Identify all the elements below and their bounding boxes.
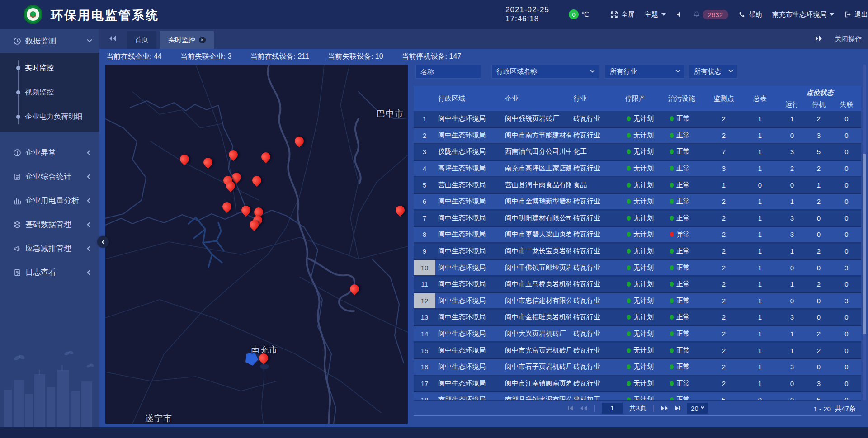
- status-label: 正常: [676, 379, 690, 388]
- next-page-button[interactable]: [661, 405, 668, 411]
- fullscreen-button[interactable]: 全屏: [610, 10, 635, 19]
- page-scrollbar-track[interactable]: [863, 65, 866, 400]
- halt-cell: 2: [806, 326, 832, 342]
- industry-filter-select[interactable]: 所有行业: [605, 65, 684, 79]
- table-row[interactable]: 18南部生态环境局南部县升钟水泥有限公建材加工无计划正常50050: [414, 392, 861, 400]
- company-cell: 阆中明阳建材有限公司: [502, 211, 571, 226]
- row-index-cell: 4: [414, 161, 435, 176]
- halt-cell: 5: [806, 144, 832, 160]
- sidebar-subitem-label: 视频监控: [25, 88, 54, 97]
- close-operations-button[interactable]: 关闭操作: [835, 35, 862, 43]
- halt-cell: 0: [806, 211, 832, 226]
- pollution-facility-cell: 正常: [665, 244, 706, 259]
- table-row[interactable]: 9阆中生态环境局阆中市二龙长宝页岩砖砖瓦行业无计划正常21120: [414, 244, 861, 260]
- table-row[interactable]: 2阆中生态环境局阆中市南方节能建材有砖瓦行业无计划正常21030: [414, 128, 861, 145]
- lost-cell: 0: [832, 177, 861, 193]
- page-scrollbar-thumb[interactable]: [863, 154, 866, 334]
- theme-dropdown[interactable]: 主题: [645, 10, 666, 19]
- table-row[interactable]: 6阆中生态环境局阆中市金博瑞新型墙材砖瓦行业无计划正常21120: [414, 194, 861, 211]
- tabs-scroll-right-button[interactable]: [815, 35, 823, 43]
- sidebar-item-1[interactable]: 企业异常: [0, 141, 99, 165]
- sidebar-subitem[interactable]: 企业电力负荷明细: [0, 104, 99, 129]
- region-cell: 阆中生态环境局: [435, 376, 502, 391]
- bottom-strip: [0, 427, 868, 438]
- logout-button[interactable]: 退出: [844, 10, 868, 19]
- table-row[interactable]: 11阆中生态环境局阆中市五马桥页岩机砖砖瓦行业无计划正常21120: [414, 277, 861, 293]
- table-row[interactable]: 12阆中生态环境局阆中市忠信建材有限公砖瓦行业无计划正常21003: [414, 293, 861, 310]
- tab-home[interactable]: 首页: [127, 31, 156, 49]
- table-row[interactable]: 7阆中生态环境局阆中明阳建材有限公司砖瓦行业无计划正常21300: [414, 211, 861, 227]
- region-filter-select[interactable]: 行政区域名称: [491, 65, 599, 79]
- status-dot: [627, 133, 631, 138]
- status-filter-select[interactable]: 所有状态: [689, 65, 737, 79]
- enterprise-panel: 行政区域名称 所有行业 所有状态 行政区域 企业 行业 停限产 治污设施 监测点…: [414, 65, 861, 416]
- monitor-cell: 2: [706, 244, 741, 259]
- table-row[interactable]: 3仪陇生态环境局西南油气田分公司川中化工无计划正常71350: [414, 144, 861, 161]
- gauge-icon: [13, 37, 21, 45]
- monitor-cell: 2: [706, 376, 741, 391]
- table-row[interactable]: 16阆中生态环境局阆中市石子页岩机砖厂砖瓦行业无计划正常21300: [414, 359, 861, 376]
- table-row[interactable]: 15阆中生态环境局阆中市光富页岩机砖厂砖瓦行业无计划正常21120: [414, 343, 861, 359]
- monitor-cell: 7: [706, 144, 741, 160]
- page-number-input[interactable]: [602, 403, 623, 414]
- help-button[interactable]: 帮助: [738, 10, 762, 19]
- first-page-icon: [567, 405, 574, 411]
- sidebar-submenu: 实时监控视频监控企业电力负荷明细: [0, 53, 99, 132]
- halt-cell: 2: [806, 161, 832, 176]
- chevron-down-icon: [729, 68, 733, 73]
- row-index-cell: 15: [414, 343, 435, 358]
- table-row[interactable]: 1阆中生态环境局阆中强锐页岩砖厂砖瓦行业无计划正常21120: [414, 111, 861, 128]
- table-row[interactable]: 17阆中生态环境局阆中市江南镇阆南页岩砖瓦行业无计划正常21030: [414, 376, 861, 393]
- double-chevron-right-icon: [815, 35, 823, 42]
- name-filter-input[interactable]: [420, 68, 476, 75]
- industry-cell: 砖瓦行业: [571, 359, 623, 375]
- lost-cell: 0: [832, 310, 861, 325]
- table-row[interactable]: 8阆中生态环境局阆中市枣碧大梁山页岩砖瓦行业无计划异常21300: [414, 227, 861, 244]
- mute-button[interactable]: [676, 11, 683, 18]
- sidebar-subitem[interactable]: 视频监控: [0, 80, 99, 104]
- sidebar-item-5[interactable]: 应急减排管理: [0, 236, 99, 260]
- notification-area[interactable]: 2632: [693, 10, 728, 19]
- org-dropdown[interactable]: 南充市生态环境局: [772, 10, 834, 19]
- chevron-left-icon: [87, 150, 92, 155]
- table-row[interactable]: 5营山生态环境局营山县润丰肉食品有限食品无计划正常10010: [414, 177, 861, 194]
- monitor-cell: 2: [706, 128, 741, 143]
- sidebar-item-0[interactable]: 数据监测: [0, 29, 99, 53]
- page-size-select[interactable]: 20: [687, 403, 708, 414]
- halt-cell: 5: [806, 392, 832, 400]
- table-row[interactable]: 10阆中生态环境局阆中千佛镇五郎垭页岩砖瓦行业无计划正常21003: [414, 260, 861, 277]
- sidebar-item-4[interactable]: 基础数据管理: [0, 212, 99, 236]
- sidebar-subitem[interactable]: 实时监控: [0, 56, 99, 80]
- tab-close-icon[interactable]: ✕: [199, 37, 206, 43]
- chevron-down-icon: [661, 13, 666, 16]
- status-label: 无计划: [633, 280, 654, 288]
- pollution-facility-cell: 正常: [665, 310, 706, 325]
- table-row[interactable]: 4高坪生态环境局南充市高坪区王家店建砖瓦行业无计划正常31220: [414, 161, 861, 178]
- stat-item: 当前失联企业: 3: [180, 52, 232, 61]
- status-dot: [670, 232, 674, 237]
- map-canvas[interactable]: 巴中市南充市遂宁市: [105, 65, 408, 424]
- status-label: 正常: [676, 280, 690, 288]
- halt-cell: 3: [806, 128, 832, 143]
- first-page-button[interactable]: [567, 405, 574, 411]
- last-page-button[interactable]: [675, 405, 681, 411]
- table-body: 1阆中生态环境局阆中强锐页岩砖厂砖瓦行业无计划正常211202阆中生态环境局阆中…: [414, 111, 861, 400]
- tabs-scroll-left-button[interactable]: [108, 35, 117, 43]
- map-panel-collapse-button[interactable]: [97, 236, 109, 248]
- table-row[interactable]: 13阆中生态环境局阆中市金福旺页岩机砖砖瓦行业无计划正常21300: [414, 310, 861, 326]
- status-dot: [670, 216, 674, 221]
- lost-cell: 3: [832, 260, 861, 275]
- table-row[interactable]: 14阆中生态环境局阆中大兴页岩机砖厂砖瓦行业无计划正常21120: [414, 326, 861, 343]
- lost-cell: 0: [832, 359, 861, 375]
- sidebar-item-3[interactable]: 企业用电量分析: [0, 188, 99, 212]
- sidebar-item-label: 数据监测: [25, 36, 88, 46]
- total-cell: 1: [741, 244, 778, 259]
- sidebar-item-2[interactable]: 企业综合统计: [0, 165, 99, 188]
- chevron-down-icon: [87, 37, 92, 42]
- sidebar-subitem-label: 企业电力负荷明细: [25, 112, 83, 122]
- prev-page-button[interactable]: [580, 405, 587, 411]
- monitor-cell: 2: [706, 293, 741, 309]
- monitor-cell: 2: [706, 227, 741, 242]
- tab-realtime-monitor[interactable]: 实时监控 ✕: [160, 31, 214, 49]
- sidebar-item-6[interactable]: 日志查看: [0, 260, 99, 284]
